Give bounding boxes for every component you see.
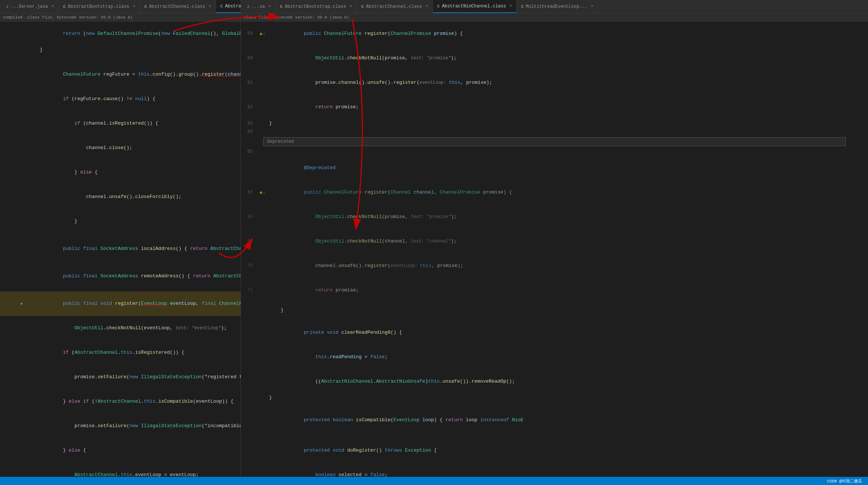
right-tab-bar: J ...va × C AbstractBootstrap.class × C … — [241, 0, 868, 13]
right-anc-close[interactable]: × — [510, 4, 512, 8]
tab-abstract-bootstrap-close[interactable]: × — [133, 4, 135, 9]
tab-server-java-close[interactable]: × — [52, 4, 54, 9]
right-line-readpending: this.readPending = false; — [241, 345, 868, 369]
right-tab-multithread[interactable]: C MultithreadEventLoop... × — [517, 0, 598, 13]
info-icon-67: ↓ — [263, 191, 265, 195]
main-container: J ...Server.java × C AbstractBootstrap.c… — [0, 0, 868, 485]
tab-abstract-channel[interactable]: C AbstractChannel.class × — [140, 0, 216, 13]
code-line-checknotnull1: ObjectUtil.checkNotNull(eventLoop, text:… — [0, 316, 241, 340]
left-code-content: return (new DefaultChannelPromise(new Fa… — [0, 22, 241, 477]
status-bar: CSDN @叫我二傻瓜 — [0, 477, 868, 485]
right-line-69: 69 ObjectUtil.checkNotNull(channel, text… — [241, 229, 868, 254]
code-line-9: channel.unsafe().closeForcibly(); — [0, 185, 241, 209]
left-info-bar: compiled .class file, bytecode version: … — [0, 13, 241, 22]
right-tab-abstract-nio[interactable]: C AbstractNioChannel.class × — [433, 0, 517, 13]
tab-abstract-channel-close[interactable]: × — [209, 4, 211, 9]
right-line-close1: } — [241, 306, 868, 314]
abstract-channel-icon: C — [145, 4, 147, 9]
right-tab-java[interactable]: J ...va × — [242, 0, 276, 13]
right-line-60: 60 ObjectUtil.checkNotNull(promise, text… — [241, 46, 868, 70]
code-line-setfailure2: promise.setFailure(new IllegalStateExcep… — [0, 414, 241, 438]
right-line-65: 65 — [241, 148, 868, 156]
abstract-nio-icon: C — [221, 4, 223, 9]
warning-icon-59: ▲ — [259, 31, 262, 36]
left-code-panel: J ...Server.java × C AbstractBootstrap.c… — [0, 0, 241, 477]
right-code-content: 59 ▲ ↓ public ChannelFuture register(Cha… — [241, 22, 868, 477]
right-line-selected: boolean selected = false; — [241, 463, 868, 477]
tab-abstract-nio-channel[interactable]: C AbstractNioChannel.class × — [216, 0, 241, 13]
right-tab-abstract-channel[interactable]: C AbstractChannel.class × — [357, 0, 433, 13]
right-mt-label: MultithreadEventLoop... — [526, 4, 587, 9]
right-info-bar: class file, bytecode version: 50.0 (Java… — [241, 13, 868, 22]
status-text: CSDN @叫我二傻瓜 — [827, 478, 862, 484]
code-line-2: } — [0, 46, 241, 54]
tab-abstract-bootstrap[interactable]: C AbstractBootstrap.class × — [59, 0, 140, 13]
warning-icon-67: ▲ — [259, 190, 262, 195]
tab-abstract-nio-label: AbstractNioChannel.class — [225, 4, 241, 9]
code-line-assign-eventloop: AbstractChannel.this.eventLoop = eventLo… — [0, 463, 241, 477]
right-line-iscompat: protected boolean isCompatible(EventLoop… — [241, 408, 868, 432]
right-code-panel: J ...va × C AbstractBootstrap.class × C … — [241, 0, 868, 477]
code-line-10: } — [0, 209, 241, 234]
right-mt-icon: C — [521, 4, 524, 9]
right-line-71: 71 return promise; — [241, 278, 868, 303]
breakpoint-icon: ● — [20, 302, 23, 306]
tab-server-java[interactable]: J ...Server.java × — [1, 0, 59, 13]
code-line-4: ChannelFuture regFuture = this.config().… — [0, 62, 241, 87]
right-line-63: 63 } — [241, 119, 868, 128]
right-ac-label: AbstractChannel.class — [366, 4, 422, 9]
abstract-bootstrap-icon: C — [63, 4, 66, 9]
tab-server-java-label: ...Server.java — [11, 4, 48, 9]
info-icon-59: ↓ — [263, 32, 265, 36]
right-java-label: ...va — [252, 4, 265, 9]
code-line-8: } else { — [0, 160, 241, 185]
right-line-doregister: protected void doRegister() throws Excep… — [241, 438, 868, 463]
right-line-64: 64 — [241, 128, 868, 136]
right-ab-close[interactable]: × — [350, 4, 352, 9]
code-line-register: ● public final void register(EventLoop e… — [0, 291, 241, 316]
code-line-else2: } else { — [0, 438, 241, 463]
code-line-1: return (new DefaultChannelPromise(new Fa… — [0, 22, 241, 46]
right-line-removreadop: ((AbstractNioChannel.AbstractNioUnsafe)t… — [241, 369, 868, 394]
right-anc-label: AbstractNioChannel.class — [442, 4, 506, 9]
code-line-3 — [0, 54, 241, 62]
right-anc-icon: C — [437, 4, 440, 9]
server-java-icon: J — [6, 4, 9, 9]
right-line-70: 70 channel.unsafe().register(eventLoop: … — [241, 254, 868, 278]
code-line-setfailure1: promise.setFailure(new IllegalStateExcep… — [0, 365, 241, 389]
right-ab-label: AbstractBootstrap.class — [285, 4, 346, 9]
right-ab-icon: C — [280, 4, 283, 9]
right-mt-close[interactable]: × — [591, 4, 593, 9]
right-line-67: 67 ▲ ↓ public ChannelFuture register(Cha… — [241, 180, 868, 205]
code-line-7: channel.close(); — [0, 136, 241, 160]
left-tab-bar: J ...Server.java × C AbstractBootstrap.c… — [0, 0, 241, 13]
code-line-5: if (regFuture.cause() != null) { — [0, 87, 241, 111]
right-line-62: 62 return promise; — [241, 95, 868, 119]
code-line-elseif: } else if (!AbstractChannel.this.isCompa… — [0, 389, 241, 414]
right-line-68: 68 ObjectUtil.checkNotNull(promise, text… — [241, 205, 868, 229]
right-line-59: 59 ▲ ↓ public ChannelFuture register(Cha… — [241, 22, 868, 46]
right-line-deprecated-anno: @Deprecated — [241, 156, 868, 180]
right-java-icon: J — [247, 4, 249, 9]
code-line-6: if (channel.isRegistered()) { — [0, 111, 241, 136]
deprecated-banner: Deprecated — [263, 137, 846, 146]
right-java-close[interactable]: × — [269, 4, 271, 9]
right-info-text: class file, bytecode version: 50.0 (Java… — [244, 15, 349, 20]
code-line-local: public final SocketAddress localAddress(… — [0, 237, 241, 261]
code-line-remote: public final SocketAddress remoteAddress… — [0, 264, 241, 288]
right-line-61: 61 promise.channel().unsafe().register(e… — [241, 70, 868, 95]
tab-abstract-bootstrap-label: AbstractBootstrap.class — [68, 4, 129, 9]
right-line-close-clearread: } — [241, 394, 868, 402]
right-line-clearread: private void clearReadPending0() { — [241, 320, 868, 345]
left-info-text: compiled .class file, bytecode version: … — [3, 15, 133, 20]
right-ac-close[interactable]: × — [426, 4, 428, 9]
tab-abstract-channel-label: AbstractChannel.class — [149, 4, 205, 9]
right-ac-icon: C — [361, 4, 364, 9]
code-line-if-registered: if (AbstractChannel.this.isRegistered())… — [0, 340, 241, 365]
right-tab-abstract-bootstrap[interactable]: C AbstractBootstrap.class × — [276, 0, 357, 13]
